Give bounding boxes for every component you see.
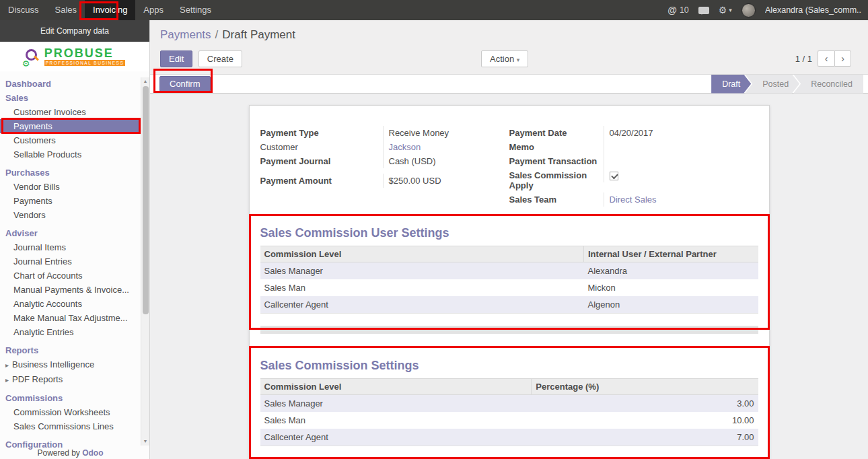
sidebar-item-journal-items[interactable]: Journal Items bbox=[0, 240, 141, 254]
mentions-indicator[interactable]: @ 10 bbox=[667, 5, 689, 15]
sidebar-item-analytic-entries[interactable]: Analytic Entries bbox=[0, 325, 141, 339]
sidebar-item-vendor-bills[interactable]: Vendor Bills bbox=[0, 180, 141, 194]
sidebar-item-vendors[interactable]: Vendors bbox=[0, 208, 141, 222]
sidebar-item-manual-payments-invoice[interactable]: Manual Payments & Invoice... bbox=[0, 283, 141, 297]
sales-team-link[interactable]: Direct Sales bbox=[610, 195, 657, 205]
cell-commission-level: Callcenter Agent bbox=[260, 296, 584, 314]
sidebar-scrollbar[interactable]: ▲ ▼ bbox=[141, 77, 149, 446]
topbar-menu-sales[interactable]: Sales bbox=[47, 0, 85, 20]
probuse-logo-icon: ⚙ bbox=[24, 49, 39, 64]
sidebar-section-reports[interactable]: Reports bbox=[0, 343, 141, 357]
scroll-down-icon[interactable]: ▼ bbox=[141, 437, 149, 446]
logo-text-wrap: PROBUSE PROFESSIONAL BUSINESS bbox=[44, 47, 126, 66]
customer-link[interactable]: Jackson bbox=[389, 142, 421, 152]
sidebar-item-journal-entries[interactable]: Journal Entries bbox=[0, 254, 141, 269]
sidebar-item-chart-of-accounts[interactable]: Chart of Accounts bbox=[0, 269, 141, 283]
status-posted[interactable]: Posted bbox=[745, 75, 799, 94]
expand-arrow-icon: ▸ bbox=[5, 375, 12, 385]
sidebar-section-sales[interactable]: Sales bbox=[0, 91, 141, 105]
table-row[interactable]: Callcenter Agent Algenon bbox=[260, 296, 758, 314]
sidebar-section-dashboard[interactable]: Dashboard bbox=[0, 77, 141, 91]
sidebar-item-payments-purchases[interactable]: Payments bbox=[0, 194, 141, 208]
control-panel: Payments/Draft Payment Edit Create Actio… bbox=[150, 20, 868, 74]
payment-type-label: Payment Type bbox=[260, 126, 383, 140]
action-dropdown[interactable]: Action ▾ bbox=[481, 50, 528, 67]
sidebar-item-customer-invoices[interactable]: Customer Invoices bbox=[0, 105, 141, 119]
powered-by-odoo[interactable]: Powered by Odoo bbox=[0, 448, 141, 458]
breadcrumb: Payments/Draft Payment bbox=[160, 28, 858, 42]
table-row[interactable]: Sales Man Mickon bbox=[260, 279, 758, 296]
breadcrumb-payments[interactable]: Payments bbox=[160, 28, 211, 41]
cell-user: Algenon bbox=[584, 296, 758, 314]
sidebar-section-purchases[interactable]: Purchases bbox=[0, 166, 141, 180]
payment-journal-label: Payment Journal bbox=[260, 154, 383, 168]
form-left-group: Payment Type Receive Money Customer Jack… bbox=[260, 126, 509, 207]
section-title-user-settings: Sales Commission User Settings bbox=[260, 225, 758, 240]
company-logo[interactable]: ⚙ PROBUSE PROFESSIONAL BUSINESS bbox=[0, 42, 149, 71]
status-reconciled[interactable]: Reconciled bbox=[793, 75, 863, 94]
user-menu[interactable]: Alexandra (Sales_comm.. bbox=[765, 5, 861, 15]
scrollbar-thumb[interactable] bbox=[143, 86, 149, 314]
breadcrumb-separator: / bbox=[215, 28, 219, 41]
topbar-menu-settings[interactable]: Settings bbox=[172, 0, 219, 20]
pager-next-button[interactable]: › bbox=[834, 50, 851, 67]
table-row[interactable]: Callcenter Agent 7.00 bbox=[260, 429, 758, 446]
topbar-menu-invoicing[interactable]: Invoicing bbox=[85, 0, 135, 20]
cell-commission-level: Sales Man bbox=[260, 412, 532, 429]
edit-company-button[interactable]: Edit Company data bbox=[0, 20, 149, 42]
payment-form: Payment Type Receive Money Customer Jack… bbox=[260, 126, 758, 207]
sales-team-label: Sales Team bbox=[509, 192, 604, 207]
pager-previous-button[interactable]: ‹ bbox=[818, 50, 834, 67]
sidebar-section-commissions[interactable]: Commissions bbox=[0, 391, 141, 405]
commission-settings-table: Commission Level Percentage (%) Sales Ma… bbox=[260, 378, 758, 446]
payment-journal-value: Cash (USD) bbox=[383, 154, 509, 168]
sidebar-item-pdf-reports[interactable]: ▸PDF Reports bbox=[0, 372, 141, 387]
chat-icon[interactable] bbox=[698, 7, 709, 14]
sidebar: Edit Company data ⚙ PROBUSE PROFESSIONAL… bbox=[0, 20, 150, 459]
sidebar-item-sellable-products[interactable]: Sellable Products bbox=[0, 147, 141, 162]
column-header-commission-level[interactable]: Commission Level bbox=[260, 246, 584, 262]
sidebar-item-commission-worksheets[interactable]: Commission Worksheets bbox=[0, 405, 141, 419]
sidebar-item-make-manual-tax-adjustments[interactable]: Make Manual Tax Adjustme... bbox=[0, 311, 141, 325]
table-row[interactable]: Sales Manager Alexandra bbox=[260, 262, 758, 280]
action-label: Action bbox=[490, 54, 514, 64]
mention-at-icon: @ bbox=[667, 5, 677, 15]
column-header-internal-user[interactable]: Internal User / External Partner bbox=[584, 246, 758, 262]
table-horizontal-scrollbar[interactable] bbox=[260, 326, 758, 334]
sales-commission-apply-checkbox[interactable] bbox=[610, 172, 618, 180]
cell-commission-level: Callcenter Agent bbox=[260, 429, 532, 446]
table-row[interactable]: Sales Manager 3.00 bbox=[260, 395, 758, 413]
column-header-percentage[interactable]: Percentage (%) bbox=[532, 379, 758, 395]
sidebar-item-business-intelligence[interactable]: ▸Business Intelligence bbox=[0, 357, 141, 372]
confirm-button[interactable]: Confirm bbox=[159, 76, 211, 92]
expand-arrow-icon: ▸ bbox=[5, 360, 12, 370]
create-button[interactable]: Create bbox=[198, 50, 242, 67]
sidebar-item-sales-commissions-lines[interactable]: Sales Commissions Lines bbox=[0, 419, 141, 433]
status-draft[interactable]: Draft bbox=[711, 75, 751, 94]
edit-button[interactable]: Edit bbox=[160, 50, 192, 67]
topbar-menu-discuss[interactable]: Discuss bbox=[0, 0, 47, 20]
sidebar-item-payments[interactable]: Payments bbox=[0, 119, 141, 133]
form-right-group: Payment Date 04/20/2017 Memo Payment Tra… bbox=[509, 126, 758, 207]
sidebar-item-label: Business Intelligence bbox=[12, 359, 94, 369]
cell-user: Alexandra bbox=[584, 262, 758, 280]
sidebar-item-analytic-accounts[interactable]: Analytic Accounts bbox=[0, 297, 141, 311]
scroll-up-icon[interactable]: ▲ bbox=[141, 77, 149, 85]
gear-icon: ⚙ bbox=[22, 59, 30, 68]
caret-down-icon: ▾ bbox=[729, 7, 732, 13]
topbar-menu-apps[interactable]: Apps bbox=[135, 0, 172, 20]
powered-by-text: Powered by bbox=[37, 448, 79, 458]
debug-menu[interactable]: ⚙ ▾ bbox=[719, 5, 732, 15]
sidebar-section-adviser[interactable]: Adviser bbox=[0, 226, 141, 240]
section-title-commission-settings: Sales Commission Settings bbox=[260, 358, 758, 373]
section-commission-settings: Sales Commission Settings Commission Lev… bbox=[260, 358, 758, 446]
user-settings-table: Commission Level Internal User / Externa… bbox=[260, 246, 758, 314]
column-header-commission-level[interactable]: Commission Level bbox=[260, 379, 532, 395]
pager: 1 / 1 ‹ › bbox=[795, 50, 851, 67]
sales-commission-apply-label: Sales Commission Apply bbox=[509, 168, 604, 192]
sidebar-item-customers[interactable]: Customers bbox=[0, 133, 141, 147]
customer-label: Customer bbox=[260, 140, 383, 154]
table-row[interactable]: Sales Man 10.00 bbox=[260, 412, 758, 429]
page: Discuss Sales Invoicing Apps Settings @ … bbox=[0, 0, 868, 459]
user-avatar[interactable] bbox=[742, 3, 756, 17]
